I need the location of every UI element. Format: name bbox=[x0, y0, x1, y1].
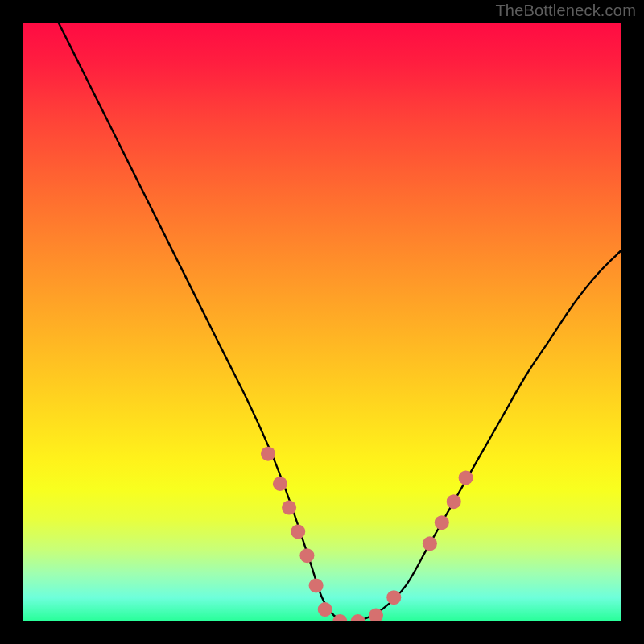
curve-marker bbox=[261, 447, 275, 461]
curve-marker bbox=[318, 602, 332, 617]
curve-marker bbox=[423, 536, 437, 551]
curve-marker bbox=[447, 494, 461, 509]
bottleneck-curve bbox=[59, 23, 621, 621]
curve-marker bbox=[386, 590, 401, 605]
curve-marker bbox=[282, 501, 296, 515]
curve-marker bbox=[351, 614, 365, 621]
chart-frame: TheBottleneck.com bbox=[0, 0, 644, 644]
curve-marker bbox=[291, 524, 305, 539]
curve-layer bbox=[23, 23, 621, 621]
curve-marker bbox=[309, 578, 324, 592]
curve-marker bbox=[273, 477, 287, 491]
curve-marker bbox=[459, 470, 473, 485]
bottleneck-curve-path bbox=[59, 23, 621, 621]
curve-marker bbox=[435, 515, 449, 530]
marker-group bbox=[261, 447, 473, 621]
watermark-text: TheBottleneck.com bbox=[495, 2, 636, 20]
plot-area bbox=[23, 23, 621, 621]
curve-marker bbox=[299, 548, 314, 563]
